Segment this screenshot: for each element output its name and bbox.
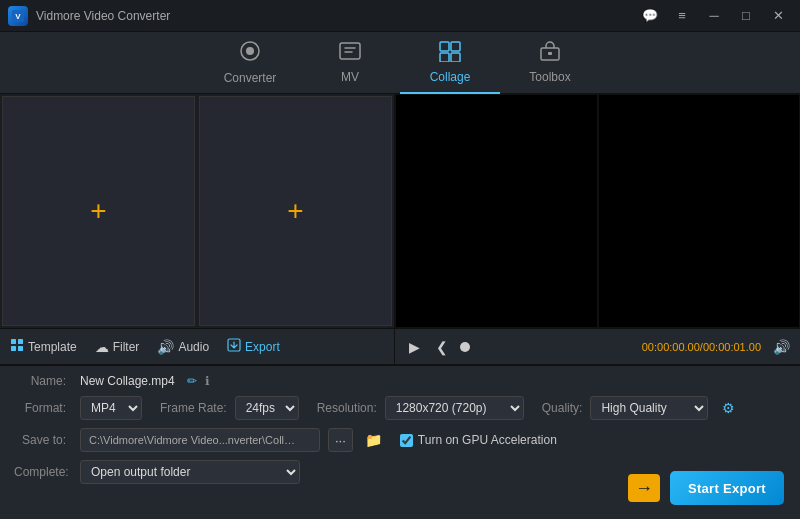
resolution-select[interactable]: 1280x720 (720p) 1920x1080 (1080p) 640x48… (385, 396, 524, 420)
svg-rect-12 (18, 339, 23, 344)
svg-point-3 (246, 47, 254, 55)
audio-button[interactable]: 🔊 Audio (157, 339, 209, 355)
preview-right (598, 94, 801, 328)
browse-button[interactable]: ··· (328, 428, 353, 452)
svg-rect-4 (340, 43, 360, 59)
frame-rate-label: Frame Rate: (160, 401, 227, 415)
svg-rect-5 (440, 42, 449, 51)
svg-rect-14 (18, 346, 23, 351)
start-export-button[interactable]: Start Export (670, 471, 784, 505)
svg-rect-11 (11, 339, 16, 344)
name-value: New Collage.mp4 (80, 374, 175, 388)
frame-rate-select[interactable]: 24fps 30fps 60fps (235, 396, 299, 420)
tab-converter-label: Converter (224, 71, 277, 85)
tab-mv[interactable]: MV (300, 32, 400, 94)
collage-cell-1[interactable]: + (2, 96, 195, 326)
format-label: Format: (14, 401, 72, 415)
svg-rect-13 (11, 346, 16, 351)
gpu-acceleration-checkbox[interactable] (400, 434, 413, 447)
svg-text:V: V (15, 12, 21, 21)
app-icon: V (8, 6, 28, 26)
export-area: → Start Export (628, 471, 784, 505)
audio-label: Audio (178, 340, 209, 354)
quality-settings-icon[interactable]: ⚙ (722, 400, 735, 416)
collage-area: + + (0, 94, 394, 328)
collage-cell-2[interactable]: + (199, 96, 392, 326)
filter-label: Filter (113, 340, 140, 354)
time-display: 00:00:00.00/00:00:01.00 (642, 341, 761, 353)
export-icon (227, 338, 241, 355)
save-path-text: C:\Vidmore\Vidmore Video...nverter\Colla… (89, 434, 299, 446)
edit-name-icon[interactable]: ✏ (187, 374, 197, 388)
svg-rect-6 (451, 42, 460, 51)
svg-rect-10 (548, 52, 552, 55)
arrow-icon: → (635, 478, 653, 499)
gpu-acceleration-wrapper: Turn on GPU Acceleration (400, 433, 557, 447)
template-icon (10, 338, 24, 355)
left-panel: + + Template ☁ Filter (0, 94, 395, 364)
name-row: Name: New Collage.mp4 ✏ ℹ (14, 374, 786, 388)
filter-button[interactable]: ☁ Filter (95, 339, 140, 355)
svg-rect-7 (440, 53, 449, 62)
progress-dot (460, 342, 470, 352)
save-to-row: Save to: C:\Vidmore\Vidmore Video...nver… (14, 428, 786, 452)
tab-converter[interactable]: Converter (200, 32, 300, 94)
info-icon[interactable]: ℹ (205, 374, 210, 388)
audio-icon: 🔊 (157, 339, 174, 355)
collage-icon (438, 40, 462, 66)
volume-icon[interactable]: 🔊 (773, 339, 790, 355)
tab-collage-label: Collage (430, 70, 471, 84)
folder-icon[interactable]: 📁 (365, 432, 382, 448)
chat-button[interactable]: 💬 (636, 6, 664, 26)
add-media-icon-1: + (90, 195, 106, 227)
maximize-button[interactable]: □ (732, 6, 760, 26)
format-row: Format: MP4 MOV AVI Frame Rate: 24fps 30… (14, 396, 786, 420)
menu-button[interactable]: ≡ (668, 6, 696, 26)
mv-icon (338, 40, 362, 66)
export-label: Export (245, 340, 280, 354)
tab-toolbox[interactable]: Toolbox (500, 32, 600, 94)
arrow-indicator: → (628, 474, 660, 502)
gpu-acceleration-label: Turn on GPU Acceleration (418, 433, 557, 447)
filter-icon: ☁ (95, 339, 109, 355)
close-button[interactable]: ✕ (764, 6, 792, 26)
app-title: Vidmore Video Converter (36, 9, 636, 23)
minimize-button[interactable]: ─ (700, 6, 728, 26)
save-to-label: Save to: (14, 433, 72, 447)
nav-tabs: Converter MV Collage (0, 32, 800, 94)
arrow-box: → (628, 474, 660, 502)
tab-toolbox-label: Toolbox (529, 70, 570, 84)
export-button[interactable]: Export (227, 338, 280, 355)
complete-select[interactable]: Open output folder Do nothing Shut down (80, 460, 300, 484)
window-controls: 💬 ≡ ─ □ ✕ (636, 6, 792, 26)
svg-rect-8 (451, 53, 460, 62)
add-media-icon-2: + (287, 195, 303, 227)
template-label: Template (28, 340, 77, 354)
complete-label: Complete: (14, 465, 72, 479)
play-button[interactable]: ▶ (405, 337, 424, 357)
name-label: Name: (14, 374, 72, 388)
quality-label: Quality: (542, 401, 583, 415)
converter-icon (238, 39, 262, 67)
titlebar: V Vidmore Video Converter 💬 ≡ ─ □ ✕ (0, 0, 800, 32)
quality-select[interactable]: High Quality Medium Quality Low Quality (590, 396, 708, 420)
resolution-label: Resolution: (317, 401, 377, 415)
collage-toolbar: Template ☁ Filter 🔊 Audio Export (0, 328, 394, 364)
preview-controls: ▶ ❮ 00:00:00.00/00:00:01.00 🔊 (395, 328, 800, 364)
right-panel: ▶ ❮ 00:00:00.00/00:00:01.00 🔊 (395, 94, 800, 364)
tab-mv-label: MV (341, 70, 359, 84)
tab-collage[interactable]: Collage (400, 32, 500, 94)
preview-left (395, 94, 598, 328)
main-content: + + Template ☁ Filter (0, 94, 800, 364)
preview-area (395, 94, 800, 328)
prev-frame-button[interactable]: ❮ (432, 337, 452, 357)
format-select[interactable]: MP4 MOV AVI (80, 396, 142, 420)
save-path-display: C:\Vidmore\Vidmore Video...nverter\Colla… (80, 428, 320, 452)
template-button[interactable]: Template (10, 338, 77, 355)
toolbox-icon (538, 40, 562, 66)
